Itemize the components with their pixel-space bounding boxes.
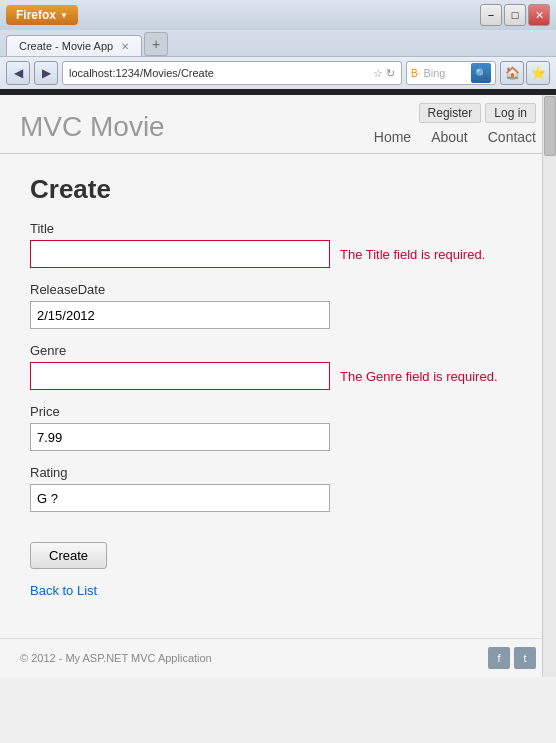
site-wrapper: MVC Movie Register Log in Home About Con… [0, 95, 556, 677]
browser-chrome: Firefox ▼ − □ ✕ Create - Movie App ✕ + ◀… [0, 0, 556, 89]
nav-contact[interactable]: Contact [488, 129, 536, 145]
genre-row: The Genre field is required. [30, 362, 526, 390]
minimize-button[interactable]: − [480, 4, 502, 26]
release-date-row [30, 301, 526, 329]
genre-field-group: Genre The Genre field is required. [30, 343, 526, 390]
firefox-arrow-icon: ▼ [60, 11, 68, 20]
firefox-menu-button[interactable]: Firefox ▼ [6, 5, 78, 25]
search-bar[interactable]: B· Bing 🔍 [406, 61, 496, 85]
footer-text: © 2012 - My ASP.NET MVC Application [20, 652, 212, 664]
tab-close-icon[interactable]: ✕ [121, 41, 129, 52]
address-text: localhost:1234/Movies/Create [69, 67, 369, 79]
window-controls: − □ ✕ [480, 4, 550, 26]
title-error-message: The Title field is required. [340, 247, 485, 262]
page-title: Create [30, 174, 526, 205]
register-link[interactable]: Register [419, 103, 482, 123]
search-text: Bing [423, 67, 468, 79]
tab-title: Create - Movie App [19, 40, 113, 52]
scrollbar-thumb[interactable] [544, 96, 556, 156]
maximize-button[interactable]: □ [504, 4, 526, 26]
twitter-icon[interactable]: t [514, 647, 536, 669]
active-tab[interactable]: Create - Movie App ✕ [6, 35, 142, 56]
auth-links: Register Log in [419, 103, 536, 123]
genre-input[interactable] [30, 362, 330, 390]
header-right: Register Log in Home About Contact [374, 103, 536, 145]
title-input[interactable] [30, 240, 330, 268]
genre-label: Genre [30, 343, 526, 358]
site-logo: MVC Movie [20, 111, 165, 143]
title-label: Title [30, 221, 526, 236]
title-field-group: Title The Title field is required. [30, 221, 526, 268]
new-tab-button[interactable]: + [144, 32, 168, 56]
back-button[interactable]: ◀ [6, 61, 30, 85]
search-button[interactable]: 🔍 [471, 63, 491, 83]
footer-icons: f t [488, 647, 536, 669]
bookmark-icon: ☆ [373, 67, 383, 80]
forward-button[interactable]: ▶ [34, 61, 58, 85]
home-nav-button[interactable]: 🏠 [500, 61, 524, 85]
title-bar: Firefox ▼ − □ ✕ [0, 0, 556, 30]
price-input[interactable] [30, 423, 330, 451]
genre-error-message: The Genre field is required. [340, 369, 498, 384]
nav-bar: ◀ ▶ localhost:1234/Movies/Create ☆ ↻ B· … [0, 56, 556, 89]
refresh-icon[interactable]: ↻ [386, 67, 395, 80]
nav-about[interactable]: About [431, 129, 468, 145]
release-date-input[interactable] [30, 301, 330, 329]
back-to-list-link[interactable]: Back to List [30, 583, 526, 598]
firefox-label: Firefox [16, 8, 56, 22]
create-button[interactable]: Create [30, 542, 107, 569]
close-button[interactable]: ✕ [528, 4, 550, 26]
scrollbar[interactable] [542, 95, 556, 677]
rating-label: Rating [30, 465, 526, 480]
nav-extra-buttons: 🏠 ⭐ [500, 61, 550, 85]
main-nav: Home About Contact [374, 129, 536, 145]
price-field-group: Price [30, 404, 526, 451]
main-content: Create Title The Title field is required… [0, 154, 556, 618]
rating-field-group: Rating [30, 465, 526, 512]
login-link[interactable]: Log in [485, 103, 536, 123]
bing-icon: B· [411, 68, 420, 79]
address-icons: ☆ ↻ [373, 67, 395, 80]
title-row: The Title field is required. [30, 240, 526, 268]
nav-home[interactable]: Home [374, 129, 411, 145]
price-label: Price [30, 404, 526, 419]
site-footer: © 2012 - My ASP.NET MVC Application f t [0, 638, 556, 677]
site-header: MVC Movie Register Log in Home About Con… [0, 95, 556, 145]
release-date-field-group: ReleaseDate [30, 282, 526, 329]
rating-input[interactable] [30, 484, 330, 512]
rating-row [30, 484, 526, 512]
tab-bar: Create - Movie App ✕ + [0, 30, 556, 56]
facebook-icon[interactable]: f [488, 647, 510, 669]
address-bar[interactable]: localhost:1234/Movies/Create ☆ ↻ [62, 61, 402, 85]
release-date-label: ReleaseDate [30, 282, 526, 297]
bookmarks-button[interactable]: ⭐ [526, 61, 550, 85]
price-row [30, 423, 526, 451]
